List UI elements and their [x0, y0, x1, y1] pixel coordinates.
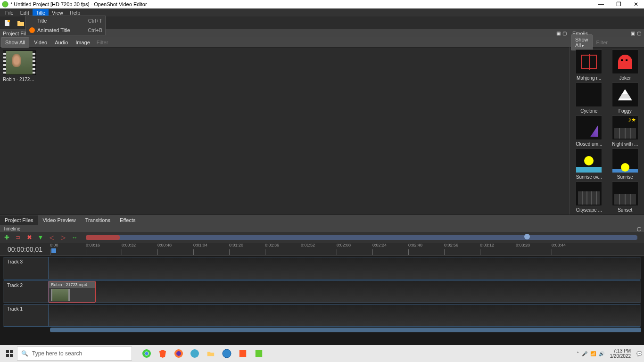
- timeline-ruler[interactable]: 00:00:00,01 0:000:00:160:00:320:00:480:0…: [0, 243, 644, 256]
- playhead-icon[interactable]: [51, 248, 56, 253]
- emoji-item-sunset[interactable]: Sunset: [608, 181, 643, 213]
- filter-show-all-button[interactable]: Show All: [1, 37, 29, 48]
- project-file-item[interactable]: Robin - 21723....: [3, 50, 37, 82]
- filter-image-button[interactable]: Image: [72, 38, 94, 47]
- track-1[interactable]: Track 1: [3, 304, 641, 327]
- emoji-item-cyclone[interactable]: Cyclone: [572, 82, 606, 114]
- timeline-h-scrollbar[interactable]: [50, 328, 641, 332]
- center-playhead-button[interactable]: ↔: [71, 234, 78, 241]
- maximize-button[interactable]: ❐: [616, 1, 621, 8]
- ruler-ticks[interactable]: 0:000:00:160:00:320:00:480:01:040:01:200…: [50, 243, 644, 255]
- ruler-tick: 0:02:24: [372, 243, 387, 247]
- track-header[interactable]: Track 1: [3, 304, 49, 326]
- track-header[interactable]: Track 3: [3, 257, 49, 279]
- wifi-icon[interactable]: 📶: [590, 351, 596, 356]
- chrome-icon[interactable]: [140, 346, 154, 361]
- emoji-item-mahjong[interactable]: Mahjong r...: [572, 49, 606, 81]
- add-track-button[interactable]: ✚: [3, 234, 10, 241]
- emoji-item-foggy[interactable]: Foggy: [608, 82, 643, 114]
- tab-video-preview[interactable]: Video Preview: [38, 215, 81, 225]
- brave-icon[interactable]: [156, 346, 170, 361]
- track-content[interactable]: Robin - 21723.mp4: [49, 281, 641, 303]
- svg-rect-15: [239, 350, 246, 357]
- project-files-filter-input[interactable]: [94, 40, 570, 45]
- open-project-button[interactable]: [16, 18, 25, 28]
- dropdown-item-animated-title[interactable]: Animated Title Ctrl+B: [26, 25, 105, 35]
- tab-transitions[interactable]: Transitions: [81, 215, 115, 225]
- minimize-button[interactable]: —: [598, 1, 604, 8]
- panel-close-button[interactable]: ▢: [637, 31, 641, 36]
- app-icon: [2, 1, 8, 8]
- cityscape-icon: [576, 181, 602, 206]
- emoji-item-joker[interactable]: Joker: [608, 49, 643, 81]
- project-files-filterbar: Show All Video Audio Image: [0, 37, 570, 48]
- sunset-icon: [612, 181, 638, 206]
- panel-close-button[interactable]: ▢: [562, 31, 567, 36]
- filter-video-button[interactable]: Video: [30, 38, 51, 47]
- tray-expand-icon[interactable]: ˄: [577, 351, 579, 356]
- notifications-icon[interactable]: 💬: [636, 351, 642, 356]
- add-marker-button[interactable]: ▼: [37, 234, 44, 241]
- snap-button[interactable]: ⊃: [14, 234, 22, 241]
- track-3[interactable]: Track 3: [3, 257, 641, 280]
- edge-icon[interactable]: [188, 346, 202, 361]
- ruler-tick: 0:00:48: [157, 243, 172, 247]
- new-project-button[interactable]: [3, 18, 12, 28]
- tab-effects[interactable]: Effects: [115, 215, 140, 225]
- emoji-grid[interactable]: Mahjong r...JokerCycloneFoggyClosed um..…: [570, 48, 644, 214]
- emojis-panel: Show All Mahjong r...JokerCycloneFoggyCl…: [570, 37, 644, 214]
- taskbar-clock[interactable]: 7:13 PM 1/20/2022: [610, 348, 631, 359]
- emoji-item-sunrise-ov[interactable]: Sunrise ov...: [572, 148, 606, 180]
- volume-icon[interactable]: 🔊: [599, 351, 604, 356]
- mic-icon[interactable]: 🎤: [582, 351, 587, 356]
- start-button[interactable]: [2, 346, 17, 361]
- clock-time: 7:13 PM: [610, 348, 631, 354]
- firefox-icon[interactable]: [172, 346, 186, 361]
- taskbar: 🔍 Type here to search ˄ 🎤 📶 🔊 7:13 PM 1/…: [0, 345, 644, 362]
- clock-date: 1/20/2022: [610, 354, 631, 359]
- search-icon: 🔍: [21, 350, 28, 357]
- ruler-tick: 0:00:32: [122, 243, 136, 247]
- emoji-item-sunrise[interactable]: Sunrise: [608, 148, 643, 180]
- svg-rect-16: [256, 350, 262, 357]
- emoji-item-cityscape[interactable]: Cityscape ...: [572, 181, 606, 213]
- track-content[interactable]: [49, 257, 641, 279]
- close-button[interactable]: ✕: [634, 1, 638, 8]
- panel-float-button[interactable]: ▣: [631, 31, 635, 36]
- emoji-label: Foggy: [608, 108, 643, 114]
- dropdown-shortcut: Ctrl+T: [88, 18, 102, 24]
- track-content[interactable]: [49, 304, 641, 326]
- system-tray: ˄ 🎤 📶 🔊 7:13 PM 1/20/2022 💬: [577, 348, 643, 359]
- emoji-item-night[interactable]: Night with ...: [608, 115, 643, 147]
- panel-float-button[interactable]: ▣: [556, 31, 561, 36]
- timeline-float-button[interactable]: ▢: [637, 226, 641, 231]
- razor-button[interactable]: ✖: [25, 234, 33, 241]
- zoom-knob[interactable]: [524, 234, 530, 239]
- zoom-slider[interactable]: [86, 235, 637, 240]
- project-files-content[interactable]: Robin - 21723....: [0, 48, 570, 214]
- app-icon-2[interactable]: [236, 346, 250, 361]
- emoji-item-umbrella[interactable]: Closed um...: [572, 115, 606, 147]
- emoji-label: Joker: [608, 75, 643, 81]
- app-icon-1[interactable]: [220, 346, 234, 361]
- svg-point-14: [223, 349, 231, 358]
- timeline-header: Timeline ▢: [0, 225, 644, 232]
- taskbar-search[interactable]: 🔍 Type here to search: [17, 346, 132, 361]
- track-2[interactable]: Track 2 Robin - 21723.mp4: [3, 280, 641, 303]
- clip-item[interactable]: Robin - 21723.mp4: [49, 281, 96, 303]
- menu-file[interactable]: File: [2, 9, 17, 16]
- prev-marker-button[interactable]: ◁: [48, 234, 56, 241]
- track-header[interactable]: Track 2: [3, 281, 49, 303]
- dropdown-item-title[interactable]: Title Ctrl+T: [26, 16, 105, 25]
- explorer-icon[interactable]: [204, 346, 218, 361]
- bottom-tabs: Project Files Video Preview Transitions …: [0, 214, 644, 225]
- timecode-display: 00:00:00,01: [0, 243, 50, 255]
- title-icon: [29, 17, 35, 24]
- tab-project-files[interactable]: Project Files: [0, 215, 38, 225]
- app-icon-3[interactable]: [252, 346, 266, 361]
- next-marker-button[interactable]: ▷: [59, 234, 67, 241]
- ruler-tick: 0:01:20: [229, 243, 243, 247]
- emoji-filter-input[interactable]: [594, 40, 644, 45]
- filter-audio-button[interactable]: Audio: [51, 38, 72, 47]
- emoji-label: Cyclone: [572, 108, 606, 114]
